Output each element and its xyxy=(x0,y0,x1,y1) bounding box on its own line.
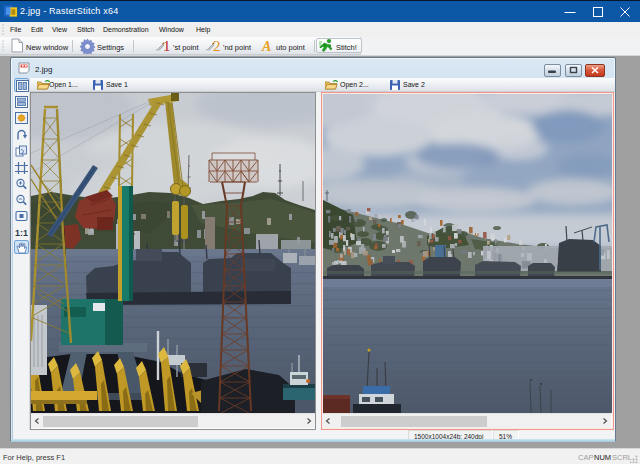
svg-text:1:1: 1:1 xyxy=(15,228,28,238)
